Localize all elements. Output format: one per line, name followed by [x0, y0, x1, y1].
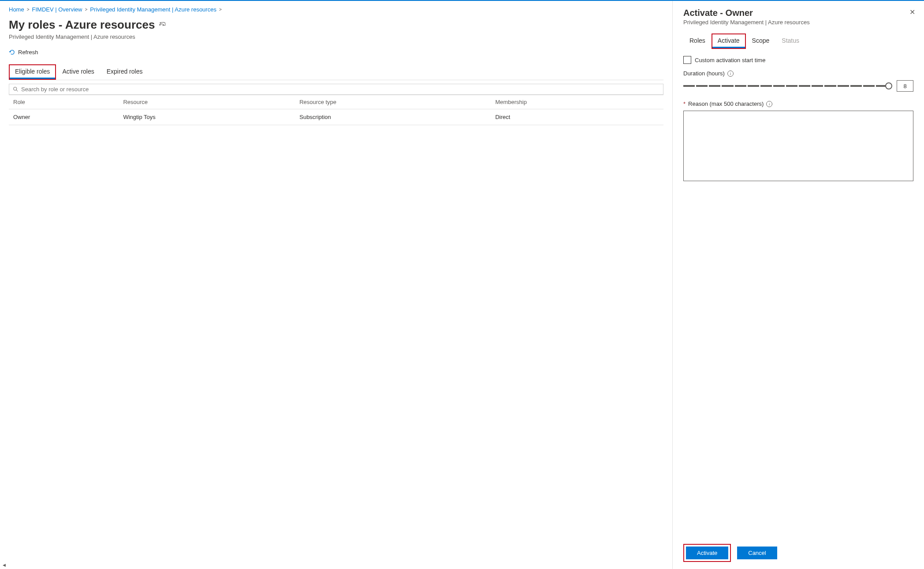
refresh-icon [9, 49, 15, 56]
refresh-button[interactable]: Refresh [9, 49, 38, 56]
roles-table: Role Resource Resource type Membership O… [9, 95, 663, 125]
slider-thumb[interactable] [885, 82, 892, 89]
table-header-row: Role Resource Resource type Membership [9, 95, 663, 109]
reason-label-row: *Reason (max 500 characters) i [683, 100, 913, 107]
search-input[interactable] [21, 86, 659, 93]
custom-start-checkbox[interactable] [683, 56, 691, 64]
duration-slider[interactable] [683, 81, 892, 91]
custom-start-label: Custom activation start time [695, 57, 765, 63]
panel-footer: Activate Cancel [683, 537, 913, 562]
refresh-label: Refresh [18, 49, 38, 56]
cell-resource-type: Subscription [295, 109, 491, 125]
cell-membership: Direct [491, 109, 663, 125]
info-icon[interactable]: i [766, 101, 772, 107]
activate-button[interactable]: Activate [686, 547, 728, 559]
table-row[interactable]: Owner Wingtip Toys Subscription Direct [9, 109, 663, 125]
chevron-right-icon: > [219, 7, 222, 12]
chevron-right-icon: > [85, 7, 87, 12]
tab-eligible-roles[interactable]: Eligible roles [10, 65, 55, 79]
col-role[interactable]: Role [9, 95, 119, 109]
svg-point-0 [14, 87, 17, 90]
search-row[interactable] [9, 84, 663, 95]
search-icon [13, 86, 19, 92]
close-icon[interactable]: ✕ [909, 8, 915, 16]
panel-tab-highlight-activate: Activate [712, 33, 746, 49]
duration-slider-row: 8 [683, 80, 913, 92]
panel-tab-roles[interactable]: Roles [683, 33, 712, 48]
activate-panel: ✕ Activate - Owner Privileged Identity M… [673, 1, 924, 569]
col-membership[interactable]: Membership [491, 95, 663, 109]
tab-expired-roles[interactable]: Expired roles [101, 64, 149, 80]
cell-role: Owner [9, 109, 119, 125]
breadcrumb-fimdev[interactable]: FIMDEV | Overview [32, 6, 82, 13]
pin-icon[interactable] [159, 21, 166, 30]
breadcrumb: Home > FIMDEV | Overview > Privileged Id… [9, 6, 663, 13]
panel-tab-scope[interactable]: Scope [746, 33, 776, 48]
panel-tabs: Roles Activate Scope Status [683, 33, 913, 49]
tab-active-roles[interactable]: Active roles [56, 64, 100, 80]
main-content: Home > FIMDEV | Overview > Privileged Id… [0, 1, 673, 569]
duration-label: Duration (hours) [683, 70, 725, 77]
breadcrumb-home[interactable]: Home [9, 6, 24, 13]
custom-start-row: Custom activation start time [683, 56, 913, 64]
cell-resource: Wingtip Toys [119, 109, 295, 125]
page-subtitle: Privileged Identity Management | Azure r… [9, 33, 663, 40]
page-title: My roles - Azure resources [9, 18, 155, 32]
info-icon[interactable]: i [727, 71, 734, 77]
duration-value[interactable]: 8 [897, 80, 913, 92]
col-resource[interactable]: Resource [119, 95, 295, 109]
panel-title: Activate - Owner [683, 8, 913, 18]
toolbar: Refresh [9, 46, 663, 58]
panel-subtitle: Privileged Identity Management | Azure r… [683, 19, 913, 26]
activate-button-highlight: Activate [683, 544, 731, 562]
reason-textarea[interactable] [683, 111, 913, 181]
tab-highlight-eligible: Eligible roles [9, 64, 56, 80]
panel-tab-status: Status [775, 33, 805, 48]
scroll-left-icon[interactable]: ◀ [3, 563, 6, 567]
cancel-button[interactable]: Cancel [737, 547, 777, 559]
chevron-right-icon: > [27, 7, 30, 12]
breadcrumb-pim[interactable]: Privileged Identity Management | Azure r… [90, 6, 216, 13]
col-resource-type[interactable]: Resource type [295, 95, 491, 109]
svg-line-1 [16, 90, 18, 91]
page-header: My roles - Azure resources [9, 18, 663, 32]
duration-label-row: Duration (hours) i [683, 70, 913, 77]
panel-tab-activate[interactable]: Activate [712, 34, 745, 48]
main-tabs: Eligible roles Active roles Expired role… [9, 64, 663, 80]
reason-label: Reason (max 500 characters) [688, 100, 764, 107]
required-indicator: * [683, 100, 686, 107]
